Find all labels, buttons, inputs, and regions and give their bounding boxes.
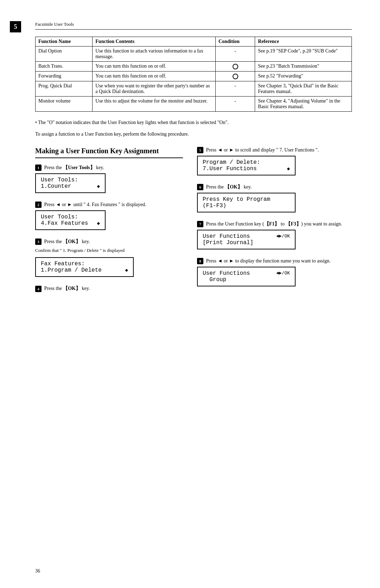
row-condition: - xyxy=(215,81,255,96)
step-6: 6 Press the 【OK】 key. Press Key to Progr… xyxy=(197,183,352,217)
step-6-label: 6 Press the 【OK】 key. xyxy=(197,183,352,191)
row-contents: You can turn this function on or off. xyxy=(93,62,216,72)
lcd-line-1: User Tools: xyxy=(41,214,100,220)
step-3: 3 Press the 【OK】 key. Confirm that " 1. … xyxy=(35,238,183,281)
arrow-icon: ◆ xyxy=(287,166,290,172)
lcd-line-1: User Functions ◄►/OK xyxy=(203,270,290,277)
step-num-5: 5 xyxy=(197,147,203,153)
arrow-icon: ◆ xyxy=(97,220,100,226)
page-header: Facsimile User Tools xyxy=(35,21,352,30)
lcd-line-1: User Functions ◄►/OK xyxy=(203,233,290,240)
page-number: 36 xyxy=(35,568,40,574)
row-name: Monitor volume xyxy=(36,96,93,111)
step-5: 5 Press ◄ or ► to scroll and display " 7… xyxy=(197,146,352,180)
lcd-line-2: 1.Counter ◆ xyxy=(41,183,100,190)
col-header-reference: Reference xyxy=(255,37,352,47)
step-num-2: 2 xyxy=(35,202,42,208)
col-header-condition: Condition xyxy=(215,37,255,47)
step-num-7: 7 xyxy=(197,221,203,227)
row-condition xyxy=(215,62,255,72)
lcd-line-2: (F1-F3) xyxy=(203,203,290,209)
row-condition: - xyxy=(215,47,255,62)
row-contents: You can turn this function on or off. xyxy=(93,71,216,81)
lcd-text: Group xyxy=(203,277,226,283)
step-7: 7 Press the User Function key (【F1】 to 【… xyxy=(197,220,352,254)
table-row: Batch Trans. You can turn this function … xyxy=(36,62,352,72)
section-heading: Making a User Function Key Assignment xyxy=(35,146,183,158)
lcd-text: User Tools: xyxy=(41,177,78,183)
col-header-contents: Function Contents xyxy=(93,37,216,47)
circle-icon xyxy=(233,64,238,69)
lcd-text: User Tools: xyxy=(41,214,78,220)
step-2: 2 Press ◄ or ► until " 4. Fax Fea­tures … xyxy=(35,201,183,234)
lcd-line-2: Group xyxy=(203,277,290,283)
row-name: Forwarding xyxy=(36,71,93,81)
side-badge: 5 xyxy=(10,21,21,32)
lcd-text: 7.User Functions xyxy=(203,166,257,172)
step-7-label: 7 Press the User Function key (【F1】 to 【… xyxy=(197,220,352,228)
lcd-line-1: Program / Delete: xyxy=(203,159,290,166)
row-reference: See p.23 "Batch Transmission" xyxy=(255,62,352,72)
lcd-text: [Print Journal] xyxy=(203,240,253,246)
row-reference: See p.19 "SEP Code", p.20 "SUB Code" xyxy=(255,47,352,62)
row-contents: Use this function to attach various info… xyxy=(93,47,216,62)
row-reference: See Chapter 4, "Adjusting Volume" in the… xyxy=(255,96,352,111)
lcd-screen-2: User Tools: 4.Fax Features ◆ xyxy=(35,210,106,230)
lcd-text: Fax Features: xyxy=(41,261,85,267)
lcd-screen-8: User Functions ◄►/OK Group xyxy=(197,267,296,286)
lcd-screen-1: User Tools: 1.Counter ◆ xyxy=(35,173,106,193)
lcd-screen-3: Fax Features: 1.Program / Delete ◆ xyxy=(35,257,134,277)
lcd-line-1: User Tools: xyxy=(41,177,100,183)
lcd-text: Program / Delete: xyxy=(203,159,260,166)
step-4-label: 4 Press the 【OK】 key. xyxy=(35,285,183,292)
lcd-ok-arrow: ◄►/OK xyxy=(276,271,290,276)
step-5-label: 5 Press ◄ or ► to scroll and display " 7… xyxy=(197,146,352,154)
table-row: Dial Option Use this function to attach … xyxy=(36,47,352,62)
step-num-3: 3 xyxy=(35,239,42,245)
table-row: Monitor volume Use this to adjust the vo… xyxy=(36,96,352,111)
function-table: Function Name Function Contents Conditio… xyxy=(35,37,352,112)
page-container: 5 Facsimile User Tools Function Name Fun… xyxy=(0,0,380,588)
lcd-text: User Functions xyxy=(203,270,250,277)
step-num-8: 8 xyxy=(197,258,203,264)
step-2-label: 2 Press ◄ or ► until " 4. Fax Fea­tures … xyxy=(35,201,183,208)
row-condition xyxy=(215,71,255,81)
step-1: 1 Press the 【User Tools】 key. User Tools… xyxy=(35,164,183,197)
lcd-line-2: 4.Fax Features ◆ xyxy=(41,220,100,227)
row-contents: Use this to adjust the volume for the mo… xyxy=(93,96,216,111)
row-reference: See Chapter 3, "Quick Dial" in the Basic… xyxy=(255,81,352,96)
row-name: Prog. Quick Dial xyxy=(36,81,93,96)
row-name: Batch Trans. xyxy=(36,62,93,72)
row-contents: Use when you want to register the other … xyxy=(93,81,216,96)
header-title: Facsimile User Tools xyxy=(35,21,74,27)
step-1-label: 1 Press the 【User Tools】 key. xyxy=(35,164,183,171)
right-column: 5 Press ◄ or ► to scroll and display " 7… xyxy=(197,146,352,294)
arrow-icon: ◆ xyxy=(125,267,128,273)
step-8-label: 8 Press ◄ or ► to display the function n… xyxy=(197,257,352,265)
lcd-text: 1.Program / Delete xyxy=(41,267,102,273)
arrow-icon: ◆ xyxy=(97,183,100,189)
lcd-line-1: Fax Features: xyxy=(41,261,128,267)
lcd-line-2: 7.User Functions ◆ xyxy=(203,166,290,172)
sub-note-3: Confirm that " 1. Program / Delete " is … xyxy=(35,247,183,254)
row-name: Dial Option xyxy=(36,47,93,62)
step-num-1: 1 xyxy=(35,165,42,171)
col-header-name: Function Name xyxy=(36,37,93,47)
step-4: 4 Press the 【OK】 key. xyxy=(35,285,183,292)
table-row: Forwarding You can turn this function on… xyxy=(36,71,352,81)
row-reference: See p.52 "Forwarding" xyxy=(255,71,352,81)
step-8: 8 Press ◄ or ► to display the function n… xyxy=(197,257,352,291)
lcd-text: 4.Fax Features xyxy=(41,220,88,227)
step-num-4: 4 xyxy=(35,286,42,292)
bullet-note: • The "O" notation indicates that the Us… xyxy=(35,119,352,126)
lcd-line-2: 1.Program / Delete ◆ xyxy=(41,267,128,273)
step-3-label: 3 Press the 【OK】 key. xyxy=(35,238,183,245)
lcd-screen-7: User Functions ◄►/OK [Print Journal] xyxy=(197,230,296,249)
lcd-line-1: Press Key to Program xyxy=(203,196,290,203)
step-num-6: 6 xyxy=(197,184,203,190)
intro-sentence: To assign a function to a User Function … xyxy=(35,130,352,138)
left-column: Making a User Function Key Assignment 1 … xyxy=(35,146,183,296)
lcd-screen-5: Program / Delete: 7.User Functions ◆ xyxy=(197,156,296,175)
row-condition: - xyxy=(215,96,255,111)
lcd-text: User Functions xyxy=(203,233,250,240)
